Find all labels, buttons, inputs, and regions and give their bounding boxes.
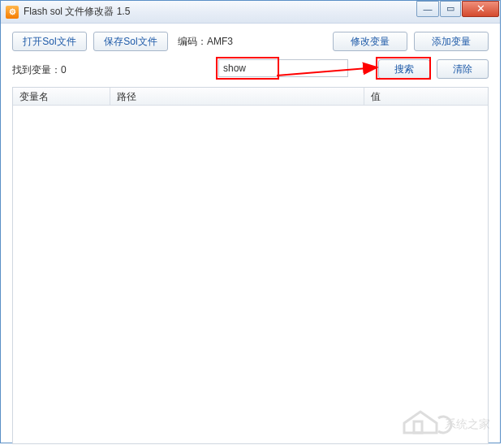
search-row: 找到变量：0 搜索 清除 (12, 59, 489, 80)
column-header-path[interactable]: 路径 (110, 88, 364, 105)
encoding-label-text: 编码： (178, 36, 207, 47)
encoding-value: AMF3 (207, 36, 233, 47)
column-header-value[interactable]: 值 (364, 88, 488, 105)
found-count-label-text: 找到变量： (12, 64, 61, 76)
content-area: 打开Sol文件 保存Sol文件 编码：AMF3 修改变量 添加变量 找到变量：0 (1, 24, 500, 445)
open-sol-button[interactable]: 打开Sol文件 (12, 32, 87, 51)
app-title: Flash sol 文件修改器 1.5 (24, 5, 130, 19)
table-header: 变量名 路径 值 (13, 88, 488, 106)
app-window: ⚙ Flash sol 文件修改器 1.5 — ▭ ✕ 打开Sol文件 保存So… (0, 0, 501, 443)
search-buttons: 搜索 清除 (378, 59, 489, 79)
variable-table: 变量名 路径 值 (12, 87, 489, 444)
search-button[interactable]: 搜索 (378, 59, 430, 79)
encoding-label: 编码：AMF3 (178, 35, 233, 49)
save-sol-button[interactable]: 保存Sol文件 (93, 32, 168, 51)
maximize-button[interactable]: ▭ (440, 1, 461, 17)
close-button[interactable]: ✕ (462, 1, 499, 17)
minimize-button[interactable]: — (416, 1, 439, 17)
search-input[interactable] (218, 59, 348, 77)
app-icon: ⚙ (6, 6, 19, 19)
found-count-value: 0 (61, 64, 67, 76)
add-variable-button[interactable]: 添加变量 (414, 32, 489, 51)
toolbar-row: 打开Sol文件 保存Sol文件 编码：AMF3 修改变量 添加变量 (12, 32, 489, 51)
found-count-label: 找到变量：0 (12, 63, 67, 77)
window-controls: — ▭ ✕ (416, 1, 500, 17)
titlebar: ⚙ Flash sol 文件修改器 1.5 — ▭ ✕ (1, 1, 500, 24)
modify-variable-button[interactable]: 修改变量 (333, 32, 407, 51)
clear-button[interactable]: 清除 (437, 59, 489, 79)
column-header-name[interactable]: 变量名 (13, 88, 110, 105)
table-body[interactable] (13, 106, 488, 443)
